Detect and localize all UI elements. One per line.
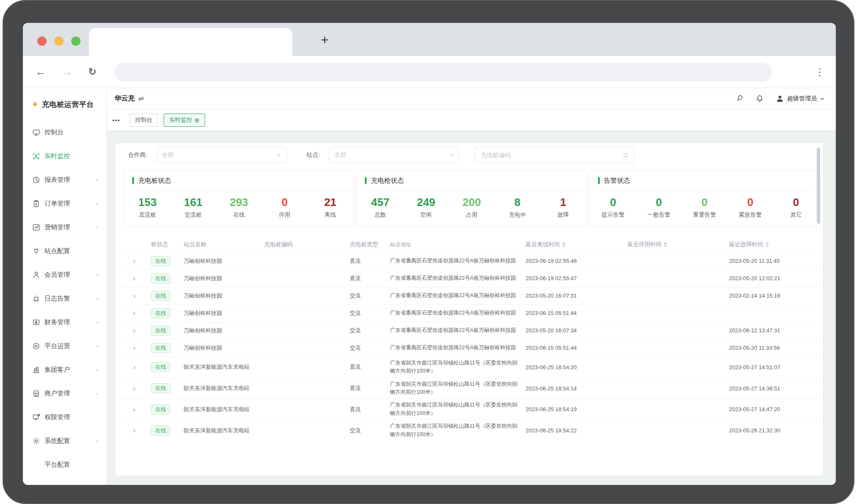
sidebar-item-财务管理[interactable]: 财务管理 [23,310,106,334]
station-address: 广东省番禺区石壁街道创源路22号A栋万融创裕科技园 [387,309,522,317]
chevron-down-icon [449,153,454,158]
table-row[interactable]: ›在线万融创裕科技园交流广东省番禺区石壁街道创源路22号A栋万融创裕科技园202… [115,287,823,304]
expand-row-icon[interactable]: › [133,344,136,352]
card-title: 充电枪状态 [357,171,586,191]
column-header-站点名称: 站点名称 [181,241,262,248]
main-area: 华云充 ⇌ 超级管理员 [107,88,836,485]
tab-chips: 控制台实时监控⊗ [130,114,211,127]
sidebar-item-控制台[interactable]: 控制台 [23,120,106,144]
tab-chip-控制台[interactable]: 控制台 [130,114,158,127]
reload-button[interactable]: ↻ [83,66,102,78]
stat-交流桩: 161交流桩 [170,196,216,219]
user-menu[interactable]: 超级管理员 [776,95,825,103]
station-address: 广东省韶关市曲江区马坝镇松山路11号（区委党校向韶钢方向前行100米） [387,380,522,397]
expand-row-icon[interactable]: › [133,257,136,265]
back-button[interactable]: ← [31,66,50,78]
chevron-down-icon [95,368,100,372]
sidebar-item-label: 营销管理 [45,223,70,231]
status-badge: 在线 [151,362,170,372]
sidebar-item-站点配置[interactable]: 站点配置 [23,239,106,263]
station-select[interactable]: 全部 [329,147,459,163]
new-tab-button[interactable]: + [315,31,334,49]
stat-重要告警: 0重要告警 [682,196,727,219]
status-badge: 在线 [151,426,170,436]
search-icon[interactable] [736,95,744,103]
stat-一般告警: 0一般告警 [636,196,682,219]
browser-tab[interactable] [89,28,292,56]
zoom-window-button[interactable] [71,36,81,46]
offline-time: 2023-06-19 02:55:47 [522,275,624,281]
sort-icon[interactable] [664,242,667,247]
station-name: 万融创裕科技园 [181,327,262,334]
expand-row-icon[interactable]: › [133,326,136,334]
table-row[interactable]: ›在线韶关东洋新能源汽车充电站直流广东省韶关市曲江区马坝镇松山路11号（区委党校… [115,356,823,378]
expand-row-icon[interactable]: › [133,384,136,393]
column-header-最近故障时间[interactable]: 最近故障时间 [726,241,823,248]
close-window-button[interactable] [37,36,47,46]
table-row[interactable]: ›在线万融创裕科技园交流广东省番禺区石壁街道创源路22号A栋万融创裕科技园202… [115,322,823,339]
sort-icon[interactable] [765,242,769,247]
sidebar-item-label: 报表管理 [45,176,70,184]
card-stats: 0提示告警0一般告警0重要告警0紧急告警0其它 [590,191,819,226]
tabs-more-icon[interactable]: ••• [112,117,120,124]
sidebar-item-平台运营[interactable]: 平台运营 [23,334,106,358]
table-row[interactable]: ›在线韶关东洋新能源汽车充电站直流广东省韶关市曲江区马坝镇松山路11号（区委党校… [115,378,823,399]
sidebar-item-会员管理[interactable]: 会员管理 [23,263,106,287]
sidebar-item-报表管理[interactable]: 报表管理 [23,168,106,192]
sidebar-item-权限管理[interactable]: 权限管理 [23,405,106,429]
column-header-最近离线时间[interactable]: 最近离线时间 [522,241,624,248]
expand-row-icon[interactable]: › [133,405,136,413]
expand-row-icon[interactable]: › [133,292,136,300]
monitor-user-icon [32,152,40,160]
expand-row-icon[interactable]: › [133,274,136,282]
chevron-down-icon [95,320,100,325]
close-circle-icon[interactable]: ⊗ [194,117,200,123]
partner-select[interactable]: 全部 [156,147,287,163]
browser-tabstrip: + [23,23,836,56]
sidebar-item-集团客户[interactable]: 集团客户 [23,358,106,381]
bell-icon[interactable] [756,95,764,103]
expand-row-icon[interactable]: › [133,309,136,317]
table-row[interactable]: ›在线万融创裕科技园交流广东省番禺区石壁街道创源路22号A栋万融创裕科技园202… [115,304,823,322]
sidebar-item-平台配置[interactable]: 平台配置 [23,453,106,476]
search-icon[interactable] [623,152,629,159]
column-header-最近停用时间[interactable]: 最近停用时间 [624,241,726,248]
pile-type: 直流 [346,363,387,371]
sidebar-item-订单管理[interactable]: 订单管理 [23,192,106,215]
sidebar-item-营销管理[interactable]: 营销管理 [23,215,106,239]
sidebar-item-系统配置[interactable]: 系统配置 [23,429,106,453]
pile-type: 直流 [346,384,387,392]
table-row[interactable]: ›在线万融创裕科技园直流广东省番禺区石壁街道创源路22号A栋万融创裕科技园202… [115,270,823,287]
browser-menu-icon[interactable]: ⋮ [815,66,825,78]
tab-chip-实时监控[interactable]: 实时监控⊗ [164,114,205,127]
table-row[interactable]: ›在线万融创裕科技园交流广东省番禺区石壁街道创源路22号A栋万融创裕科技园202… [115,339,823,356]
table-row[interactable]: ›在线韶关东洋新能源汽车充电站交流广东省韶关市曲江区马坝镇松山路11号（区委党校… [115,420,823,441]
stat-在线: 293在线 [216,196,262,219]
status-badge: 在线 [151,326,170,336]
chevron-down-icon [820,96,825,101]
stat-提示告警: 0提示告警 [590,196,636,219]
url-bar[interactable] [114,63,772,81]
sidebar-item-label: 控制台 [45,128,64,136]
station-address: 广东省韶关市曲江区马坝镇松山路11号（区委党校向韶钢方向前行100米） [387,359,522,376]
chevron-down-icon [95,296,100,301]
switch-merchant-icon[interactable]: ⇌ [138,95,144,103]
device-frame: + ← → ↻ ⋮ 充电桩运营平台 控制台实时监控报表管理订单管理营销管理站点配… [3,0,854,504]
sidebar-item-实时监控[interactable]: 实时监控 [23,144,106,168]
stat-label: 占用 [449,211,495,219]
station-address: 广东省番禺区石壁街道创源路22号A栋万融创裕科技园 [387,344,522,352]
sidebar-item-商户管理[interactable]: 商户管理 [23,381,106,405]
sidebar-item-日志告警[interactable]: 日志告警 [23,287,106,310]
offline-time: 2023-06-19 02:55:48 [522,258,624,264]
screen-lock-icon [32,413,40,421]
table-row[interactable]: ›在线韶关东洋新能源汽车充电站直流广东省韶关市曲江区马坝镇松山路11号（区委党校… [115,398,823,420]
sort-icon[interactable] [562,242,565,247]
forward-button[interactable]: → [58,66,76,78]
vertical-scrollbar[interactable] [817,148,820,224]
expand-row-icon[interactable]: › [133,363,136,371]
table-row[interactable]: ›在线万融创裕科技园直流广东省番禺区石壁街道创源路22号A栋万融创裕科技园202… [115,252,823,270]
chevron-down-icon [95,178,100,182]
pile-code-input[interactable] [480,151,623,159]
expand-row-icon[interactable]: › [133,426,136,434]
minimize-window-button[interactable] [54,36,64,46]
